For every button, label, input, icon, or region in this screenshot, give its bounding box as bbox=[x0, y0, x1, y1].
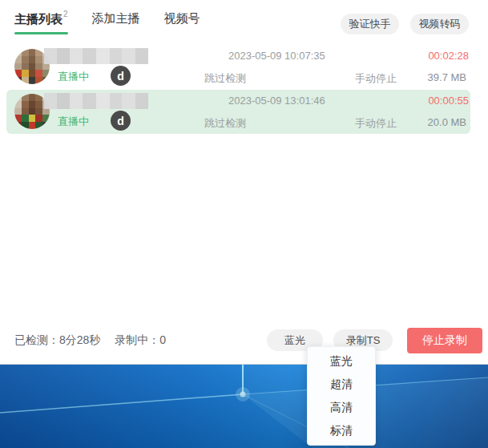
record-duration: 00:00:55 bbox=[428, 95, 469, 107]
streamer-row-selected[interactable]: 直播中 d 2023-05-09 13:01:46 00:00:55 跳过检测 … bbox=[6, 90, 470, 134]
detected-time-label: 已检测：8分28秒 bbox=[14, 333, 100, 348]
file-size: 20.0 MB bbox=[428, 116, 466, 128]
video-transcode-button[interactable]: 视频转码 bbox=[410, 14, 469, 34]
dropdown-item-ultra[interactable]: 超清 bbox=[308, 373, 375, 396]
recorder-window: 主播列表2 添加主播 视频号 验证快手 视频转码 直播中 d 2023-05-0… bbox=[0, 0, 488, 365]
footer-status: 已检测：8分28秒 录制中：0 bbox=[14, 333, 166, 348]
recording-count-label: 录制中：0 bbox=[115, 333, 166, 348]
manual-stop-label: 手动停止 bbox=[355, 116, 397, 131]
file-size: 39.7 MB bbox=[428, 71, 466, 83]
platform-d-badge-icon: d bbox=[111, 111, 131, 131]
platform-d-badge-icon: d bbox=[111, 66, 131, 86]
dropdown-item-high[interactable]: 高清 bbox=[308, 396, 375, 419]
dropdown-item-standard[interactable]: 标清 bbox=[308, 419, 375, 442]
footer-bar: 已检测：8分28秒 录制中：0 蓝光 录制TS 停止录制 bbox=[0, 325, 488, 358]
live-status-label: 直播中 bbox=[58, 115, 89, 129]
tab-bar: 主播列表2 添加主播 视频号 bbox=[14, 11, 200, 34]
dropdown-item-bluray[interactable]: 蓝光 bbox=[308, 349, 375, 373]
tab-count-badge: 2 bbox=[63, 10, 68, 18]
tab-video-account-label: 视频号 bbox=[164, 11, 200, 25]
live-status-label: 直播中 bbox=[58, 70, 89, 84]
manual-stop-label: 手动停止 bbox=[355, 71, 397, 86]
censored-streamer-name bbox=[44, 93, 148, 109]
windows-logo-light-beams-icon bbox=[0, 365, 488, 448]
tab-video-account[interactable]: 视频号 bbox=[164, 11, 200, 34]
tab-streamer-list-label: 主播列表 bbox=[14, 12, 63, 26]
app-screen: 主播列表2 添加主播 视频号 验证快手 视频转码 直播中 d 2023-05-0… bbox=[0, 0, 488, 448]
verify-kuaishou-button[interactable]: 验证快手 bbox=[341, 14, 399, 34]
censored-streamer-name bbox=[44, 48, 148, 64]
record-start-time: 2023-05-09 10:07:35 bbox=[228, 50, 325, 62]
tab-add-streamer-label: 添加主播 bbox=[92, 11, 140, 25]
record-duration: 00:02:28 bbox=[428, 50, 469, 62]
windows-desktop-wallpaper bbox=[0, 365, 488, 448]
tab-streamer-list[interactable]: 主播列表2 bbox=[14, 11, 68, 34]
skip-detect-label: 跳过检测 bbox=[204, 71, 246, 86]
tab-add-streamer[interactable]: 添加主播 bbox=[92, 11, 140, 34]
stop-record-button[interactable]: 停止录制 bbox=[407, 328, 482, 353]
record-start-time: 2023-05-09 13:01:46 bbox=[228, 95, 325, 107]
skip-detect-label: 跳过检测 bbox=[204, 116, 246, 131]
quality-dropdown-menu: 蓝光 超清 高清 标清 bbox=[307, 346, 376, 446]
streamer-row[interactable]: 直播中 d 2023-05-09 10:07:35 00:02:28 跳过检测 … bbox=[6, 45, 470, 89]
